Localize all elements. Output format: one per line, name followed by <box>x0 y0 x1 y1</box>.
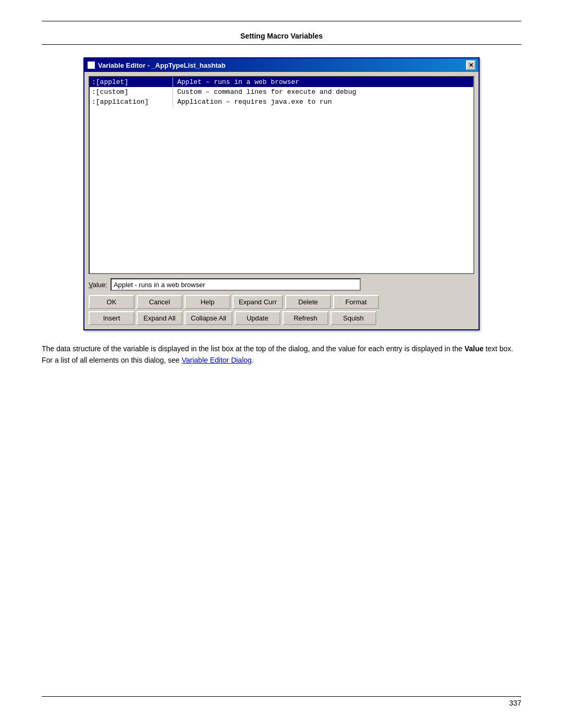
listbox[interactable]: :[applet] Applet – runs in a web browser… <box>89 76 474 274</box>
dialog-titlebar: Variable Editor - _AppTypeList_hashtab ✕ <box>84 58 479 72</box>
variable-editor-dialog: Variable Editor - _AppTypeList_hashtab ✕… <box>83 57 480 330</box>
close-button[interactable]: ✕ <box>466 60 475 70</box>
button-rows: OK Cancel Help Expand Curr Delete Format… <box>89 295 474 325</box>
bottom-rule <box>42 696 521 697</box>
button-row-2: Insert Expand All Collapse All Update Re… <box>89 311 474 325</box>
update-button[interactable]: Update <box>235 311 280 325</box>
dialog-icon <box>88 61 95 69</box>
squish-button[interactable]: Squish <box>331 311 376 325</box>
listbox-col1: :[custom] <box>90 87 173 97</box>
ok-button[interactable]: OK <box>89 295 134 309</box>
listbox-col1: :[applet] <box>90 77 173 87</box>
page-title: Setting Macro Variables <box>42 32 521 45</box>
format-button[interactable]: Format <box>333 295 379 309</box>
value-label: Value: <box>89 281 107 289</box>
dialog-body: :[applet] Applet – runs in a web browser… <box>84 72 479 329</box>
cancel-button[interactable]: Cancel <box>137 295 182 309</box>
listbox-row[interactable]: :[application] Application – requires ja… <box>90 97 473 107</box>
expand-curr-button[interactable]: Expand Curr <box>232 295 283 309</box>
delete-button[interactable]: Delete <box>285 295 331 309</box>
listbox-col2: Applet – runs in a web browser <box>173 77 473 87</box>
listbox-col1: :[application] <box>90 97 173 107</box>
listbox-row[interactable]: :[custom] Custom – command lines for exe… <box>90 87 473 97</box>
expand-all-button[interactable]: Expand All <box>137 311 182 325</box>
description-text: The data structure of the variable is di… <box>42 343 521 366</box>
description-part3: . <box>252 356 254 364</box>
listbox-col2: Application – requires java.exe to run <box>173 97 473 107</box>
insert-button[interactable]: Insert <box>89 311 134 325</box>
variable-editor-dialog-link[interactable]: Variable Editor Dialog <box>181 356 251 364</box>
titlebar-left: Variable Editor - _AppTypeList_hashtab <box>88 61 226 69</box>
refresh-button[interactable]: Refresh <box>283 311 328 325</box>
page-number: 337 <box>509 699 521 707</box>
listbox-col2: Custom – command lines for execute and d… <box>173 87 473 97</box>
value-row: Value: <box>89 278 474 291</box>
value-input[interactable] <box>111 278 361 291</box>
collapse-all-button[interactable]: Collapse All <box>185 311 232 325</box>
help-button[interactable]: Help <box>185 295 230 309</box>
dialog-title: Variable Editor - _AppTypeList_hashtab <box>98 61 226 69</box>
listbox-row[interactable]: :[applet] Applet – runs in a web browser <box>90 77 473 87</box>
button-row-1: OK Cancel Help Expand Curr Delete Format <box>89 295 474 309</box>
description-part1: The data structure of the variable is di… <box>42 344 464 353</box>
description-bold: Value <box>464 344 484 353</box>
